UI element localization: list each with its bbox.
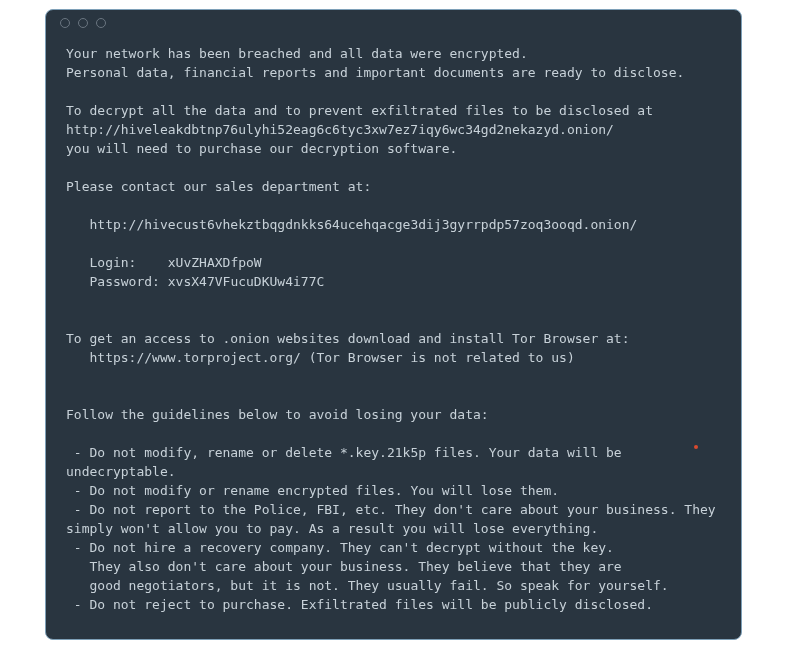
guidelines-header: Follow the guidelines below to avoid los… <box>66 407 489 422</box>
decrypt-line: To decrypt all the data and to prevent e… <box>66 103 653 118</box>
traffic-light-close-icon[interactable] <box>60 18 70 28</box>
titlebar <box>46 10 741 36</box>
guideline-item: Do not modify, rename or delete *.key.21… <box>66 445 630 479</box>
intro-line: Personal data, financial reports and imp… <box>66 65 684 80</box>
guideline-item: Do not reject to purchase. Exfiltrated f… <box>89 597 653 612</box>
ransom-note-content: Your network has been breached and all d… <box>46 36 741 614</box>
traffic-light-zoom-icon[interactable] <box>96 18 106 28</box>
leak-url: http://hiveleakdbtnp76ulyhi52eag6c6tyc3x… <box>66 122 614 137</box>
contact-header: Please contact our sales department at: <box>66 179 371 194</box>
guideline-item: Do not report to the Police, FBI, etc. T… <box>66 502 723 536</box>
password-value: xvsX47VFucuDKUw4i77C <box>168 274 325 289</box>
login-value: xUvZHAXDfpoW <box>168 255 262 270</box>
cursor-dot-icon <box>694 445 698 449</box>
decrypt-line: you will need to purchase our decryption… <box>66 141 457 156</box>
tor-url-line: https://www.torproject.org/ (Tor Browser… <box>89 350 574 365</box>
guideline-item: Do not modify or rename encrypted files.… <box>89 483 559 498</box>
intro-line: Your network has been breached and all d… <box>66 46 528 61</box>
traffic-light-minimize-icon[interactable] <box>78 18 88 28</box>
login-label: Login: <box>89 255 136 270</box>
terminal-window: Your network has been breached and all d… <box>45 9 742 640</box>
contact-url: http://hivecust6vhekztbqgdnkks64ucehqacg… <box>89 217 637 232</box>
password-label: Password: <box>89 274 159 289</box>
guideline-item: Do not hire a recovery company. They can… <box>66 540 669 593</box>
tor-line: To get an access to .onion websites down… <box>66 331 630 346</box>
